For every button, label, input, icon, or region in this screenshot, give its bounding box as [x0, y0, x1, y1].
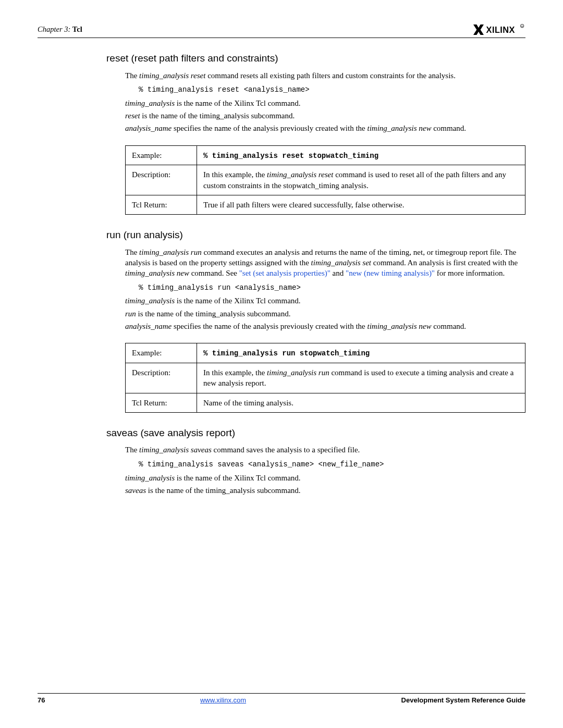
cell-value: % timing_analysis reset stopwatch_timing	[197, 145, 525, 165]
section-heading-saveas: saveas (save analysis report)	[106, 426, 525, 440]
table-row: Example: % timing_analysis reset stopwat…	[126, 145, 525, 165]
table-row: Tcl Return: Name of the timing analysis.	[126, 393, 525, 412]
run-p3: analysis_name specifies the name of the …	[125, 321, 525, 331]
chapter-prefix: Chapter 3:	[38, 25, 70, 33]
footer-url[interactable]: www.xilinx.com	[200, 696, 246, 705]
header-rule	[38, 38, 525, 38]
footer-page-number: 76	[38, 696, 45, 705]
reset-intro: The timing_analysis reset command resets…	[125, 70, 525, 81]
reset-code: % timing_analysis reset <analysis_name>	[139, 85, 525, 95]
link-new[interactable]: "new (new timing analysis)"	[346, 269, 435, 277]
run-table: Example: % timing_analysis run stopwatch…	[125, 343, 525, 413]
cell-value: True if all path filters were cleared su…	[197, 195, 525, 214]
cell-label: Tcl Return:	[126, 195, 197, 214]
svg-text:XILINX: XILINX	[486, 25, 515, 34]
table-row: Example: % timing_analysis run stopwatch…	[126, 343, 525, 363]
svg-marker-0	[473, 24, 484, 35]
saveas-code: % timing_analysis saveas <analysis_name>…	[139, 460, 525, 470]
footer-doc-title: Development System Reference Guide	[401, 696, 525, 705]
reset-p3: analysis_name specifies the name of the …	[125, 123, 525, 133]
run-p1: timing_analysis is the name of the Xilin…	[125, 295, 525, 306]
cell-label: Description:	[126, 363, 197, 393]
cell-value: % timing_analysis run stopwatch_timing	[197, 343, 525, 363]
chapter-name: Tcl	[72, 25, 82, 33]
svg-text:R: R	[521, 25, 523, 28]
cell-value: In this example, the timing_analysis run…	[197, 363, 525, 393]
section-heading-reset: reset (reset path filters and constraint…	[106, 52, 525, 65]
run-p2: run is the name of the timing_analysis s…	[125, 309, 525, 319]
cell-label: Example:	[126, 145, 197, 165]
reset-table: Example: % timing_analysis reset stopwat…	[125, 145, 525, 215]
link-set[interactable]: "set (set analysis properties)"	[239, 269, 331, 277]
reset-p2: reset is the name of the timing_analysis…	[125, 110, 525, 121]
table-row: Description: In this example, the timing…	[126, 165, 525, 195]
reset-p1: timing_analysis is the name of the Xilin…	[125, 98, 525, 108]
cell-value: In this example, the timing_analysis res…	[197, 165, 525, 195]
saveas-p1: timing_analysis is the name of the Xilin…	[125, 473, 525, 483]
cell-label: Tcl Return:	[126, 393, 197, 412]
table-row: Description: In this example, the timing…	[126, 363, 525, 393]
saveas-intro: The timing_analysis saveas command saves…	[125, 445, 525, 455]
footer-rule	[38, 693, 525, 694]
cell-label: Description:	[126, 165, 197, 195]
run-intro: The timing_analysis run command executes…	[125, 247, 525, 279]
chapter-label: Chapter 3: Tcl	[38, 24, 82, 35]
table-row: Tcl Return: True if all path filters wer…	[126, 195, 525, 214]
cell-value: Name of the timing analysis.	[197, 393, 525, 412]
cell-label: Example:	[126, 343, 197, 363]
run-code: % timing_analysis run <analysis_name>	[139, 283, 525, 293]
xilinx-logo: XILINX R	[473, 23, 525, 36]
saveas-p2: saveas is the name of the timing_analysi…	[125, 485, 525, 496]
section-heading-run: run (run analysis)	[106, 228, 525, 242]
